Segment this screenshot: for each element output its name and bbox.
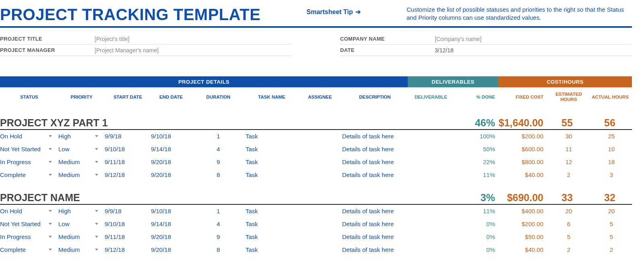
- company-name-field[interactable]: [Company's name]: [435, 36, 481, 42]
- est-hours-cell[interactable]: 6: [547, 220, 591, 227]
- priority-dropdown[interactable]: Medium: [58, 159, 105, 165]
- end-date-cell[interactable]: 9/20/18: [151, 233, 191, 240]
- task-name-cell[interactable]: Task: [246, 208, 298, 214]
- priority-dropdown[interactable]: Low: [58, 146, 105, 152]
- status-dropdown[interactable]: In Progress: [0, 159, 58, 165]
- priority-dropdown[interactable]: High: [58, 208, 105, 214]
- group-project-details: PROJECT DETAILS: [0, 76, 408, 87]
- est-hours-cell[interactable]: 2: [547, 246, 591, 253]
- pct-done-cell[interactable]: 0%: [454, 220, 498, 227]
- description-cell[interactable]: Details of task here: [342, 159, 408, 165]
- duration-cell[interactable]: 1: [191, 208, 246, 214]
- fixed-cost-cell[interactable]: $200.00: [498, 133, 547, 140]
- task-name-cell[interactable]: Task: [246, 133, 298, 140]
- end-date-cell[interactable]: 9/14/18: [151, 220, 191, 227]
- fixed-cost-cell[interactable]: $600.00: [498, 146, 547, 152]
- description-cell[interactable]: Details of task here: [342, 220, 408, 227]
- actual-hours-cell[interactable]: 25: [591, 133, 632, 140]
- status-dropdown[interactable]: Complete: [0, 171, 58, 178]
- pct-done-cell[interactable]: 0%: [454, 233, 498, 240]
- est-hours-cell[interactable]: 2: [547, 171, 591, 178]
- start-date-cell[interactable]: 9/10/18: [105, 220, 151, 227]
- pct-done-cell[interactable]: 11%: [454, 208, 498, 214]
- fixed-cost-cell[interactable]: $50.00: [498, 233, 547, 240]
- actual-hours-cell[interactable]: 2: [591, 246, 632, 253]
- col-assignee: ASSIGNEE: [298, 91, 342, 104]
- pct-done-cell[interactable]: 11%: [454, 171, 498, 178]
- duration-cell[interactable]: 4: [191, 146, 246, 152]
- project-manager-field[interactable]: [Project Manager's name]: [95, 47, 159, 54]
- fixed-cost-cell[interactable]: $200.00: [498, 220, 547, 227]
- status-dropdown[interactable]: Not Yet Started: [0, 220, 58, 227]
- duration-cell[interactable]: 8: [191, 171, 246, 178]
- est-hours-cell[interactable]: 5: [547, 233, 591, 240]
- fixed-cost-cell[interactable]: $400.00: [498, 208, 547, 214]
- project-title-field[interactable]: [Project's title]: [95, 36, 130, 42]
- pct-done-cell[interactable]: 0%: [454, 246, 498, 253]
- actual-hours-cell[interactable]: 5: [591, 220, 632, 227]
- status-dropdown[interactable]: On Hold: [0, 208, 58, 214]
- description-cell[interactable]: Details of task here: [342, 146, 408, 152]
- status-dropdown[interactable]: In Progress: [0, 233, 58, 240]
- task-name-cell[interactable]: Task: [246, 146, 298, 152]
- duration-cell[interactable]: 4: [191, 220, 246, 227]
- description-cell[interactable]: Details of task here: [342, 233, 408, 240]
- chevron-down-icon: [49, 135, 52, 137]
- status-dropdown[interactable]: Not Yet Started: [0, 146, 58, 152]
- actual-hours-cell[interactable]: 5: [591, 233, 632, 240]
- start-date-cell[interactable]: 9/9/18: [105, 133, 151, 140]
- duration-cell[interactable]: 9: [191, 233, 246, 240]
- est-hours-cell[interactable]: 11: [547, 146, 591, 152]
- priority-dropdown[interactable]: Medium: [58, 246, 105, 253]
- description-cell[interactable]: Details of task here: [342, 171, 408, 178]
- start-date-cell[interactable]: 9/12/18: [105, 246, 151, 253]
- section-est-hours: 55: [547, 117, 591, 129]
- est-hours-cell[interactable]: 12: [547, 159, 591, 165]
- pct-done-cell[interactable]: 50%: [454, 146, 498, 152]
- start-date-cell[interactable]: 9/11/18: [105, 159, 151, 165]
- start-date-cell[interactable]: 9/11/18: [105, 233, 151, 240]
- priority-dropdown[interactable]: Medium: [58, 233, 105, 240]
- priority-dropdown[interactable]: Low: [58, 220, 105, 227]
- col-fixed: FIXED COST: [498, 91, 547, 104]
- duration-cell[interactable]: 1: [191, 133, 246, 140]
- description-cell[interactable]: Details of task here: [342, 208, 408, 214]
- start-date-cell[interactable]: 9/12/18: [105, 171, 151, 178]
- date-field[interactable]: 3/12/18: [435, 47, 454, 54]
- end-date-cell[interactable]: 9/20/18: [151, 159, 191, 165]
- task-name-cell[interactable]: Task: [246, 171, 298, 178]
- priority-dropdown[interactable]: High: [58, 133, 105, 140]
- actual-hours-cell[interactable]: 20: [591, 208, 632, 214]
- end-date-cell[interactable]: 9/10/18: [151, 133, 191, 140]
- status-dropdown[interactable]: Complete: [0, 246, 58, 253]
- actual-hours-cell[interactable]: 3: [591, 171, 632, 178]
- pct-done-cell[interactable]: 22%: [454, 159, 498, 165]
- start-date-cell[interactable]: 9/10/18: [105, 146, 151, 152]
- end-date-cell[interactable]: 9/10/18: [151, 208, 191, 214]
- chevron-down-icon: [49, 148, 52, 150]
- est-hours-cell[interactable]: 30: [547, 133, 591, 140]
- smartsheet-tip-link[interactable]: Smartsheet Tip ➔: [307, 8, 361, 16]
- priority-dropdown[interactable]: Medium: [58, 171, 105, 178]
- description-cell[interactable]: Details of task here: [342, 246, 408, 253]
- pct-done-cell[interactable]: 100%: [454, 133, 498, 140]
- duration-cell[interactable]: 9: [191, 159, 246, 165]
- task-name-cell[interactable]: Task: [246, 220, 298, 227]
- start-date-cell[interactable]: 9/9/18: [105, 208, 151, 214]
- fixed-cost-cell[interactable]: $40.00: [498, 246, 547, 253]
- end-date-cell[interactable]: 9/20/18: [151, 171, 191, 178]
- actual-hours-cell[interactable]: 18: [591, 159, 632, 165]
- label-company-name: COMPANY NAME: [340, 36, 435, 42]
- actual-hours-cell[interactable]: 10: [591, 146, 632, 152]
- fixed-cost-cell[interactable]: $800.00: [498, 159, 547, 165]
- fixed-cost-cell[interactable]: $40.00: [498, 171, 547, 178]
- end-date-cell[interactable]: 9/20/18: [151, 246, 191, 253]
- description-cell[interactable]: Details of task here: [342, 133, 408, 140]
- task-name-cell[interactable]: Task: [246, 159, 298, 165]
- task-name-cell[interactable]: Task: [246, 246, 298, 253]
- task-name-cell[interactable]: Task: [246, 233, 298, 240]
- duration-cell[interactable]: 8: [191, 246, 246, 253]
- est-hours-cell[interactable]: 20: [547, 208, 591, 214]
- end-date-cell[interactable]: 9/14/18: [151, 146, 191, 152]
- status-dropdown[interactable]: On Hold: [0, 133, 58, 140]
